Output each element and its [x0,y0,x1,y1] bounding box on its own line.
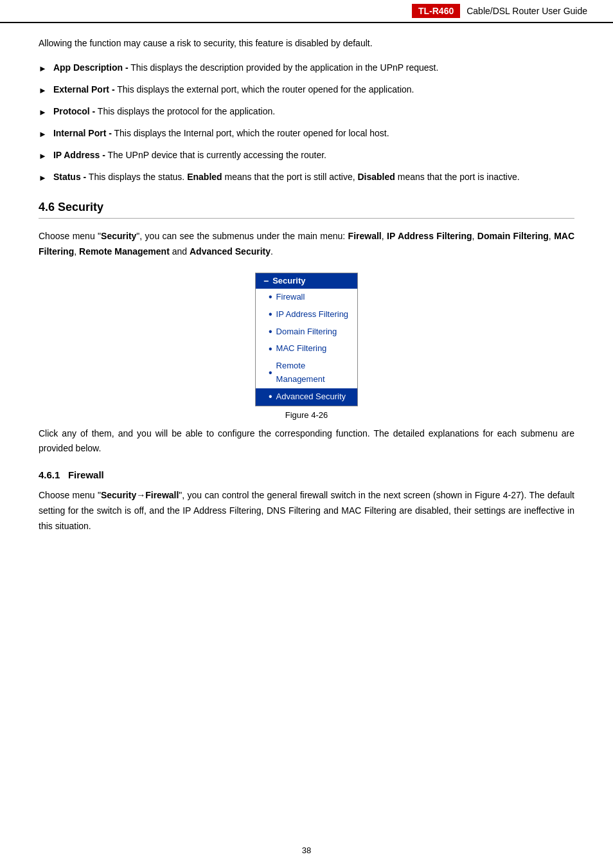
security-bold: Security [101,231,136,241]
page-number: 38 [302,845,311,855]
firewall-bold: Firewall [348,231,382,241]
bullet-text: Internal Port - This displays the Intern… [53,126,574,141]
minus-icon: − [263,276,269,286]
model-badge: TL-R460 [412,4,460,18]
list-item-external-port: ► External Port - This displays the exte… [39,82,574,98]
menu-item-label: IP Address Filtering [276,308,348,321]
bullet-text: Protocol - This displays the protocol fo… [53,104,574,120]
security-firewall-bold: Security→Firewall [101,490,179,500]
bullet-dot-icon: • [269,392,272,402]
ip-filtering-bold: IP Address Filtering [387,231,472,241]
page-header: TL-R460 Cable/DSL Router User Guide [0,0,613,23]
domain-filtering-bold: Domain Filtering [477,231,549,241]
disabled-label: Disabled [358,172,395,182]
enabled-label: Enabled [187,172,222,182]
bullet-label: Internal Port - [53,128,112,138]
intro-paragraph: Allowing the function may cause a risk t… [39,36,574,51]
bullet-label: Protocol - [53,106,95,116]
menu-item-mac-filtering[interactable]: • MAC Filtering [256,340,357,357]
section-46-heading: 4.6 Security [39,201,574,219]
list-item-ip-address: ► IP Address - The UPnP device that is c… [39,148,574,163]
after-figure-para: Click any of them, and you will be able … [39,426,574,457]
menu-item-label: RemoteManagement [276,359,325,386]
list-item-internal-port: ► Internal Port - This displays the Inte… [39,126,574,141]
bullet-label: App Description - [53,62,129,73]
section-461-para: Choose menu "Security→Firewall", you can… [39,488,574,534]
list-item-protocol: ► Protocol - This displays the protocol … [39,104,574,120]
guide-title: Cable/DSL Router User Guide [466,6,587,16]
menu-item-label: MAC Filtering [276,342,327,356]
menu-item-remote-management[interactable]: • RemoteManagement [256,357,357,388]
section-number: 4.6 [39,201,55,213]
arrow-icon: ► [39,149,47,163]
section-title: Security [58,201,103,213]
bullet-text: IP Address - The UPnP device that is cur… [53,148,574,163]
arrow-icon: ► [39,62,47,76]
list-item-status: ► Status - This displays the status. Ena… [39,170,574,185]
menu-header-label: Security [272,276,305,285]
bullet-dot-icon: • [269,292,272,302]
figure-caption: Figure 4-26 [285,410,328,420]
subsection-number: 4.6.1 [39,469,60,480]
section-46-intro: Choose menu "Security", you can see the … [39,229,574,260]
section-461-heading: 4.6.1 Firewall [39,469,574,480]
menu-header: − Security [256,273,357,289]
arrow-icon: ► [39,127,47,141]
security-menu: − Security • Firewall • IP Address Filte… [255,273,358,406]
page: TL-R460 Cable/DSL Router User Guide Allo… [0,0,613,868]
bullet-text: External Port - This displays the extern… [53,82,574,98]
menu-item-advanced-security[interactable]: • Advanced Security [256,388,357,406]
page-footer: 38 [0,845,613,855]
remote-management-bold: Remote Management [79,246,170,257]
main-content: Allowing the function may cause a risk t… [0,36,613,534]
advanced-security-bold: Advanced Security [190,246,271,257]
menu-item-ip-filtering[interactable]: • IP Address Filtering [256,306,357,323]
menu-item-label: Advanced Security [276,390,346,404]
bullet-text: Status - This displays the status. Enabl… [53,170,574,185]
menu-item-firewall[interactable]: • Firewall [256,289,357,306]
menu-item-domain-filtering[interactable]: • Domain Filtering [256,323,357,341]
bullet-text: App Description - This displays the desc… [53,60,574,76]
arrow-icon: ► [39,105,47,120]
bullet-label: External Port - [53,84,115,95]
subsection-title: Firewall [68,469,104,480]
bullet-label: IP Address - [53,150,105,160]
menu-item-label: Firewall [276,291,305,304]
list-item-app-description: ► App Description - This displays the de… [39,60,574,76]
arrow-icon: ► [39,84,47,98]
bullet-dot-icon: • [269,368,272,378]
arrow-icon: ► [39,171,47,185]
bullet-dot-icon: • [269,344,272,354]
bullet-label: Status - [53,172,86,182]
bullet-dot-icon: • [269,327,272,337]
feature-list: ► App Description - This displays the de… [39,60,574,186]
menu-figure: − Security • Firewall • IP Address Filte… [39,273,574,420]
menu-item-label: Domain Filtering [276,325,337,339]
bullet-dot-icon: • [269,309,272,320]
